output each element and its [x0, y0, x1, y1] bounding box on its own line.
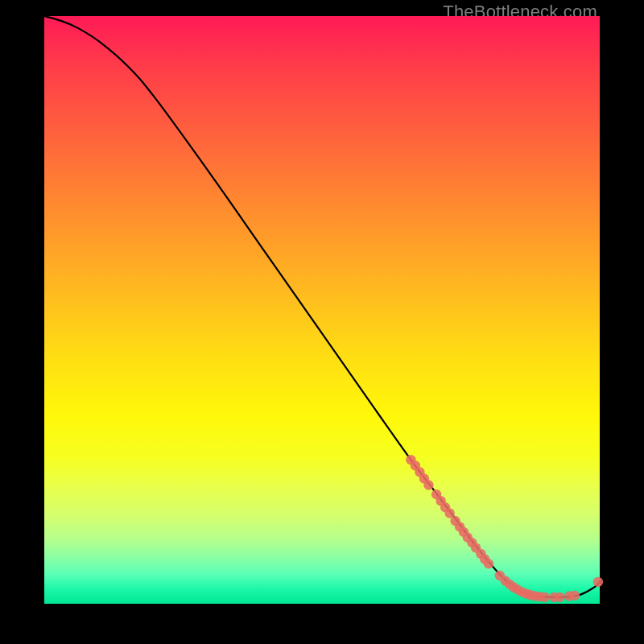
plot-area [44, 16, 600, 604]
data-point [539, 592, 549, 602]
data-point [484, 559, 493, 568]
data-point [423, 480, 433, 489]
curve-dots [406, 455, 603, 602]
chart-stage: TheBottleneck.com [0, 0, 644, 644]
data-point [593, 577, 603, 587]
data-point [570, 591, 580, 601]
data-point [555, 592, 564, 602]
bottleneck-curve [44, 16, 600, 597]
chart-svg [44, 16, 600, 604]
